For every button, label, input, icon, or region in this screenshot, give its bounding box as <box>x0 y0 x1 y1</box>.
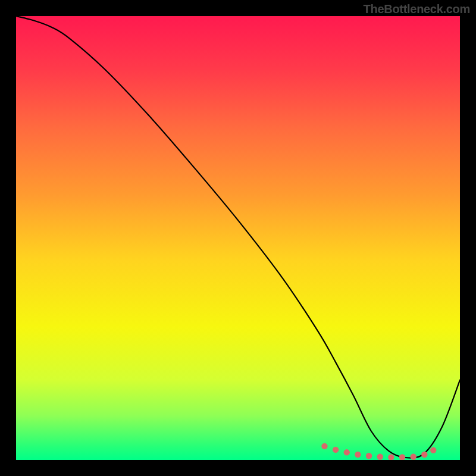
highlight-dot <box>421 452 427 458</box>
watermark-text: TheBottleneck.com <box>364 2 470 16</box>
highlight-dot <box>430 447 436 453</box>
gradient-background <box>16 16 460 460</box>
bottleneck-chart <box>16 16 460 460</box>
highlight-dot <box>344 449 350 455</box>
highlight-dot <box>321 443 327 449</box>
highlight-dot <box>355 452 361 458</box>
highlight-dot <box>410 454 416 460</box>
plot-area <box>16 16 460 460</box>
highlight-dot <box>333 447 339 453</box>
highlight-dot <box>377 454 383 460</box>
chart-frame: TheBottleneck.com <box>0 0 476 476</box>
highlight-dot <box>366 453 372 459</box>
